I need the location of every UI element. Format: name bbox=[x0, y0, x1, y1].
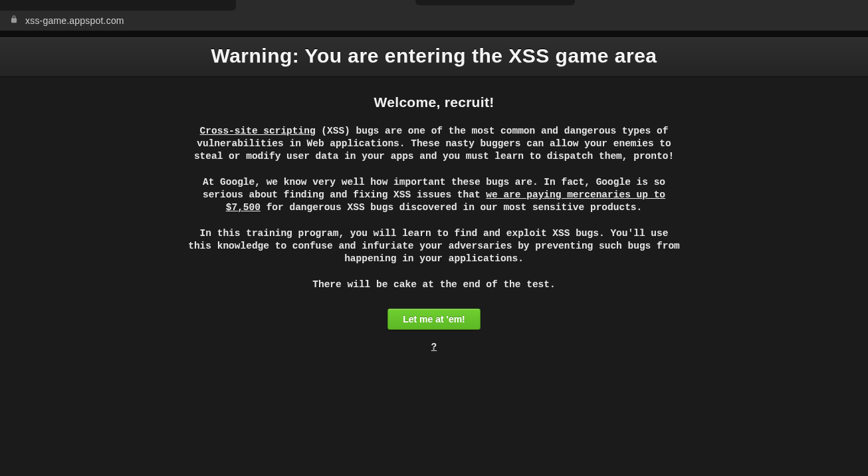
lock-icon bbox=[9, 15, 19, 27]
warning-banner: Warning: You are entering the XSS game a… bbox=[0, 37, 868, 77]
tab-inactive-area bbox=[0, 0, 236, 11]
intro-paragraph-4: There will be cake at the end of the tes… bbox=[188, 279, 680, 291]
subheading: Welcome, recruit! bbox=[188, 94, 680, 110]
main-content: Welcome, recruit! Cross-site scripting (… bbox=[181, 77, 687, 352]
intro-text-2b: for dangerous XSS bugs discovered in our… bbox=[261, 202, 642, 213]
chrome-divider bbox=[0, 31, 868, 37]
intro-paragraph-3: In this training program, you will learn… bbox=[188, 227, 680, 265]
url-text[interactable]: xss-game.appspot.com bbox=[25, 15, 124, 26]
start-button[interactable]: Let me at 'em! bbox=[387, 308, 481, 330]
intro-paragraph-1: Cross-site scripting (XSS) bugs are one … bbox=[188, 125, 680, 163]
page-title: Warning: You are entering the XSS game a… bbox=[0, 45, 868, 67]
tab-active[interactable] bbox=[236, 0, 415, 11]
address-bar[interactable]: xss-game.appspot.com bbox=[0, 11, 868, 31]
footer-question-mark[interactable]: ? bbox=[188, 342, 680, 352]
page-body: Warning: You are entering the XSS game a… bbox=[0, 37, 868, 476]
xss-definition-link[interactable]: Cross-site scripting bbox=[200, 126, 316, 136]
intro-paragraph-2: At Google, we know very well how importa… bbox=[188, 176, 680, 214]
tab-inactive[interactable] bbox=[415, 0, 575, 5]
browser-tab-strip bbox=[0, 0, 868, 11]
